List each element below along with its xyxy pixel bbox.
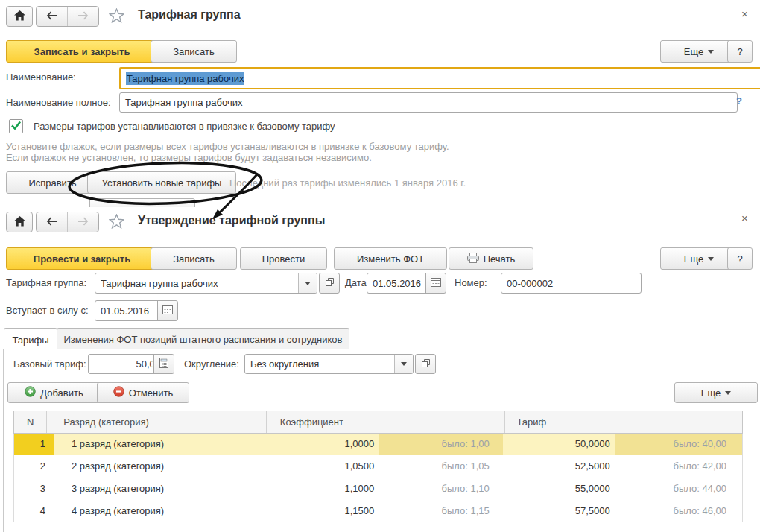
post-button[interactable]: Провести	[240, 247, 327, 270]
history-nav-group	[36, 6, 99, 27]
cell-coefficient: 1,0500	[267, 455, 379, 477]
page-title: Тарифная группа	[138, 8, 241, 22]
cell-coefficient-was: было: 1,00	[379, 432, 503, 455]
table-row[interactable]: 4 4 разряд (категория) 1,1500 было: 1,15…	[13, 499, 743, 522]
calendar-icon	[431, 277, 441, 289]
table-more-button[interactable]: Еще	[674, 382, 758, 403]
forward-button-2[interactable]	[67, 212, 98, 232]
rounding-label: Округление:	[184, 358, 239, 370]
base-rate-label: Базовый тариф:	[13, 358, 86, 370]
more-button[interactable]: Еще	[660, 40, 738, 63]
remove-row-button[interactable]: Отменить	[97, 382, 189, 403]
table-row[interactable]: 1 1 разряд (категория) 1,0000 было: 1,00…	[13, 432, 743, 455]
tariff-group-open-button[interactable]	[319, 273, 340, 294]
close-icon-2[interactable]: ×	[741, 213, 748, 224]
star-icon	[109, 14, 124, 25]
effective-date-label: Вступает в силу с:	[6, 305, 89, 316]
cell-n: 2	[14, 455, 54, 477]
favorite-star-button-2[interactable]	[109, 214, 124, 231]
full-name-label: Наименование полное:	[6, 97, 111, 108]
full-name-input-value: Тарифная группа рабочих	[125, 97, 242, 108]
cell-grade: 4 разряд (категория)	[54, 499, 267, 522]
cell-coefficient-was: было: 1,05	[379, 455, 503, 477]
chevron-down-icon	[725, 391, 731, 395]
rounding-combo[interactable]: Без округления	[244, 354, 414, 374]
hint-line-1: Установите флажок, если размеры всех тар…	[6, 141, 449, 152]
change-fot-button[interactable]: Изменить ФОТ	[334, 247, 447, 270]
add-row-button[interactable]: Добавить	[7, 382, 101, 403]
rounding-combo-value: Без округления	[245, 355, 394, 373]
print-button[interactable]: Печать	[449, 247, 533, 270]
print-button-label: Печать	[484, 253, 516, 265]
cell-coefficient: 1,0000	[267, 432, 379, 455]
help-button-2[interactable]: ?	[727, 247, 753, 270]
table-header: N Разряд (категория) Коэффициент Тариф	[13, 411, 743, 434]
number-input[interactable]: 00-000002	[501, 273, 642, 294]
table-more-button-label: Еще	[701, 387, 721, 399]
remove-minus-icon	[113, 386, 124, 399]
cell-grade: 3 разряд (категория)	[54, 477, 267, 499]
name-input[interactable]: Тарифная группа рабочих	[119, 67, 760, 89]
cell-rate: 52,5000	[503, 455, 615, 477]
set-new-tariffs-button[interactable]: Установить новые тарифы	[87, 171, 236, 194]
table-row[interactable]: 2 2 разряд (категория) 1,0500 было: 1,05…	[13, 455, 743, 478]
remove-row-button-label: Отменить	[129, 387, 173, 399]
home-button[interactable]	[6, 6, 33, 27]
chevron-down-icon	[708, 50, 714, 54]
cell-rate-was: было: 44,00	[615, 477, 742, 499]
tab-fot-changes-label: Изменения ФОТ позиций штатного расписани…	[64, 334, 343, 345]
cell-coefficient: 1,1000	[267, 477, 379, 499]
tariff-group-combo-dropdown[interactable]	[298, 273, 317, 293]
close-icon[interactable]: ×	[741, 9, 748, 19]
effective-date-calendar-button[interactable]	[157, 300, 178, 321]
page-title-2: Утверждение тарифной группы	[138, 214, 325, 227]
date-input-value: 01.05.2016	[373, 278, 421, 289]
tariff-approval-window: Утверждение тарифной группы × Провести и…	[0, 207, 760, 532]
cell-n: 4	[14, 499, 54, 522]
number-label: Номер:	[455, 277, 487, 288]
more-button-2-label: Еще	[684, 253, 703, 265]
date-calendar-button[interactable]	[425, 273, 446, 294]
save-button[interactable]: Записать	[151, 40, 237, 63]
rounding-open-button[interactable]	[415, 354, 436, 374]
arrow-left-icon	[46, 217, 57, 228]
base-rate-calculator-button[interactable]	[153, 354, 174, 374]
save-and-close-button[interactable]: Записать и закрыть	[6, 40, 158, 63]
tariff-group-window: Тарифная группа × Записать и закрыть Зап…	[0, 0, 760, 207]
full-name-help-link[interactable]: ?	[736, 95, 742, 107]
home-button-2[interactable]	[6, 212, 33, 232]
cell-coefficient: 1,1500	[267, 499, 379, 522]
forward-button[interactable]	[67, 7, 98, 26]
calculator-icon	[159, 358, 168, 370]
open-form-icon	[325, 277, 335, 289]
arrow-right-icon	[77, 11, 89, 22]
full-name-input[interactable]: Тарифная группа рабочих	[119, 92, 738, 113]
cell-rate-was: было: 40,00	[615, 432, 742, 455]
number-input-value: 00-000002	[507, 278, 553, 289]
favorite-star-button[interactable]	[109, 8, 124, 25]
fix-button[interactable]: Исправить	[6, 171, 99, 194]
base-rate-link-checkbox[interactable]	[9, 119, 23, 133]
tab-tariffs[interactable]: Тарифы	[4, 328, 57, 351]
more-button-2[interactable]: Еще	[660, 247, 738, 270]
checkmark-icon	[10, 121, 22, 133]
post-and-close-button[interactable]: Провести и закрыть	[6, 247, 158, 270]
clipped-button[interactable]	[89, 198, 195, 207]
back-button[interactable]	[37, 7, 67, 26]
save-button-2[interactable]: Записать	[151, 247, 237, 270]
table-row[interactable]: 3 3 разряд (категория) 1,1000 было: 1,10…	[13, 477, 743, 500]
back-button-2[interactable]	[37, 212, 67, 232]
tariff-group-combo[interactable]: Тарифная группа рабочих	[95, 273, 317, 294]
hint-line-2: Если флажок не установлен, то размеры та…	[6, 152, 372, 163]
home-icon	[14, 216, 25, 229]
add-plus-icon	[25, 386, 36, 399]
tariff-group-combo-value: Тарифная группа рабочих	[95, 273, 298, 293]
cell-grade: 1 разряд (категория)	[54, 432, 267, 455]
rounding-combo-dropdown[interactable]	[394, 355, 413, 373]
help-button[interactable]: ?	[727, 40, 753, 63]
chevron-down-icon	[708, 257, 714, 261]
tab-fot-changes[interactable]: Изменения ФОТ позиций штатного расписани…	[57, 328, 349, 349]
star-icon	[109, 220, 124, 231]
more-button-label: Еще	[684, 46, 703, 57]
cell-rate: 55,0000	[503, 477, 615, 499]
